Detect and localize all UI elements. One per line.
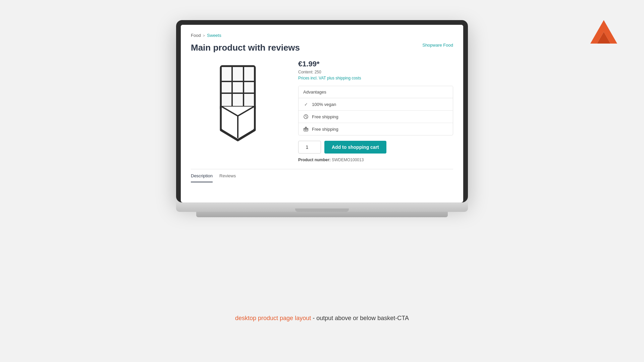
logo-icon [590, 20, 617, 44]
breadcrumb-separator: > [203, 34, 205, 38]
caption-rest: - output above or below basket-CTA [311, 315, 409, 321]
clock-icon [303, 114, 309, 119]
advantage-vegan-text: 100% vegan [312, 102, 336, 107]
laptop-base [176, 202, 468, 212]
advantage-item-vegan: ✓ 100% vegan [299, 98, 453, 111]
laptop-stand [196, 212, 448, 217]
breadcrumb-sweets[interactable]: Sweets [207, 33, 221, 38]
product-number-value: SWDEMO100013 [332, 158, 364, 162]
quantity-input[interactable] [298, 141, 321, 154]
tab-description[interactable]: Description [191, 169, 213, 182]
screen-content-area: Food > Sweets Main product with reviews … [181, 25, 463, 202]
tabs-row: Description Reviews [191, 169, 453, 182]
advantage-shipping-2-text: Free shipping [312, 127, 338, 132]
product-header: Main product with reviews Shopware Food [191, 43, 453, 53]
advantage-shipping-1-text: Free shipping [312, 114, 338, 119]
product-vat-info[interactable]: Prices incl. VAT plus shipping costs [298, 76, 453, 80]
product-title: Main product with reviews [191, 43, 300, 53]
advantages-box: Advantages ✓ 100% vegan [298, 86, 453, 135]
product-image [211, 63, 265, 143]
advantages-header: Advantages [299, 86, 453, 98]
cart-row: Add to shopping cart [298, 141, 453, 154]
product-price: €1.99* [298, 60, 453, 68]
advantage-item-shipping-1: Free shipping [299, 111, 453, 123]
advantage-item-shipping-2: Free shipping [299, 123, 453, 135]
product-number-label: Product number: [298, 158, 331, 162]
svg-rect-9 [222, 67, 254, 106]
tab-reviews[interactable]: Reviews [219, 169, 236, 182]
breadcrumb: Food > Sweets [191, 33, 453, 38]
product-image-area [191, 60, 285, 162]
add-to-cart-button[interactable]: Add to shopping cart [324, 141, 386, 154]
laptop-container: Food > Sweets Main product with reviews … [176, 20, 468, 217]
breadcrumb-food[interactable]: Food [191, 33, 201, 38]
product-body: €1.99* Content: 250 Prices incl. VAT plu… [191, 60, 453, 162]
product-details: €1.99* Content: 250 Prices incl. VAT plu… [298, 60, 453, 162]
check-icon: ✓ [303, 102, 309, 107]
product-brand[interactable]: Shopware Food [422, 43, 453, 48]
caption-highlight: desktop product page layout [235, 315, 311, 321]
product-number: Product number: SWDEMO100013 [298, 158, 453, 162]
gift-icon [303, 126, 309, 132]
page-caption: desktop product page layout - output abo… [235, 315, 409, 322]
product-content-info: Content: 250 [298, 70, 453, 74]
laptop-screen: Food > Sweets Main product with reviews … [176, 20, 468, 202]
